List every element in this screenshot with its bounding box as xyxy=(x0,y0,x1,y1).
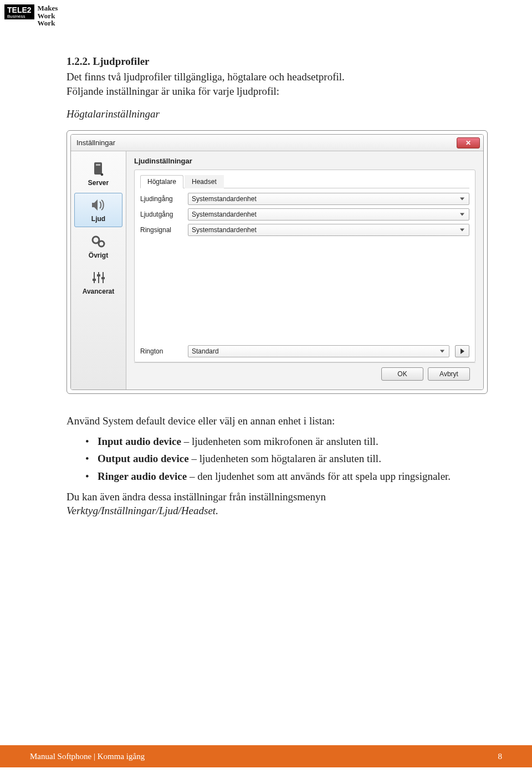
close-icon: ✕ xyxy=(466,139,471,147)
profile-tabs: Högtalare Headset xyxy=(140,175,469,188)
footer-text: Manual Softphone | Komma igång xyxy=(30,752,145,761)
tab-headset[interactable]: Headset xyxy=(185,175,224,188)
intro-paragraph: Det finns två ljudprofiler tillgängliga,… xyxy=(66,70,488,98)
speaker-icon xyxy=(89,197,109,213)
header-logo: TELE2 Business Makes Work Work xyxy=(4,4,58,27)
list-item: Output audio device – ljudenheten som hö… xyxy=(85,451,488,467)
page-footer: Manual Softphone | Komma igång 8 xyxy=(0,745,532,767)
sidebar-item-label: Avancerat xyxy=(76,288,121,295)
close-button[interactable]: ✕ xyxy=(457,137,480,148)
ok-button[interactable]: OK xyxy=(381,367,423,381)
sidebar-item-avancerat[interactable]: Avancerat xyxy=(74,265,122,299)
input-device-select[interactable]: Systemstandardenhet xyxy=(188,193,469,205)
sidebar-item-server[interactable]: Server xyxy=(74,157,122,191)
output-device-select[interactable]: Systemstandardenhet xyxy=(188,208,469,221)
subheading: Högtalarinställningar xyxy=(66,108,488,120)
svg-point-4 xyxy=(99,241,104,247)
page-content: 1.2.2. Ljudprofiler Det finns två ljudpr… xyxy=(66,55,488,521)
dialog-sidebar: Server Ljud Övrigt xyxy=(71,151,126,390)
list-item: Input audio device – ljudenheten som mik… xyxy=(85,434,488,449)
svg-rect-9 xyxy=(97,274,100,276)
server-icon xyxy=(89,161,109,177)
brand-top: TELE2 xyxy=(7,6,32,14)
input-device-label: Ljudingång xyxy=(140,195,188,203)
settings-dialog: Inställningar ✕ Server xyxy=(70,134,484,390)
sidebar-item-ovrigt[interactable]: Övrigt xyxy=(74,229,122,263)
svg-rect-1 xyxy=(96,164,100,166)
ringer-device-select[interactable]: Systemstandardenhet xyxy=(188,224,469,236)
ringer-device-label: Ringsignal xyxy=(140,226,188,234)
dialog-titlebar: Inställningar ✕ xyxy=(71,135,483,151)
cancel-button[interactable]: Avbryt xyxy=(428,367,470,381)
sidebar-item-label: Övrigt xyxy=(76,252,121,259)
closing-paragraph: Du kan även ändra dessa inställningar fr… xyxy=(66,490,488,518)
gears-icon xyxy=(89,233,109,250)
panel-title: Ljudinställningar xyxy=(134,157,475,165)
section-heading: 1.2.2. Ljudprofiler xyxy=(66,55,488,68)
output-device-label: Ljudutgång xyxy=(140,211,188,218)
tele2-badge: TELE2 Business xyxy=(4,4,34,19)
dialog-screenshot-frame: Inställningar ✕ Server xyxy=(66,130,488,394)
audio-settings-panel: Högtalare Headset Ljudingång Systemstand… xyxy=(134,170,475,362)
page-number: 8 xyxy=(498,752,503,761)
ringtone-select[interactable]: Standard xyxy=(188,345,449,357)
sliders-icon xyxy=(89,269,109,286)
ringtone-label: Rington xyxy=(140,347,182,355)
play-ringtone-button[interactable] xyxy=(455,345,469,357)
tab-hogtalare[interactable]: Högtalare xyxy=(140,175,183,188)
device-list: Input audio device – ljudenheten som mik… xyxy=(85,434,488,484)
sidebar-item-label: Ljud xyxy=(76,216,121,223)
list-item: Ringer audio device – den ljudenhet som … xyxy=(85,469,488,484)
post-dialog-paragraph: Använd System default device eller välj … xyxy=(66,414,488,428)
dialog-title: Inställningar xyxy=(76,139,457,147)
sidebar-item-ljud[interactable]: Ljud xyxy=(74,193,122,227)
svg-rect-8 xyxy=(93,279,96,281)
brand-slogan: Makes Work Work xyxy=(38,4,58,27)
svg-rect-10 xyxy=(101,277,105,279)
sidebar-item-label: Server xyxy=(76,180,121,187)
svg-point-2 xyxy=(100,173,103,176)
brand-sub: Business xyxy=(7,14,32,19)
